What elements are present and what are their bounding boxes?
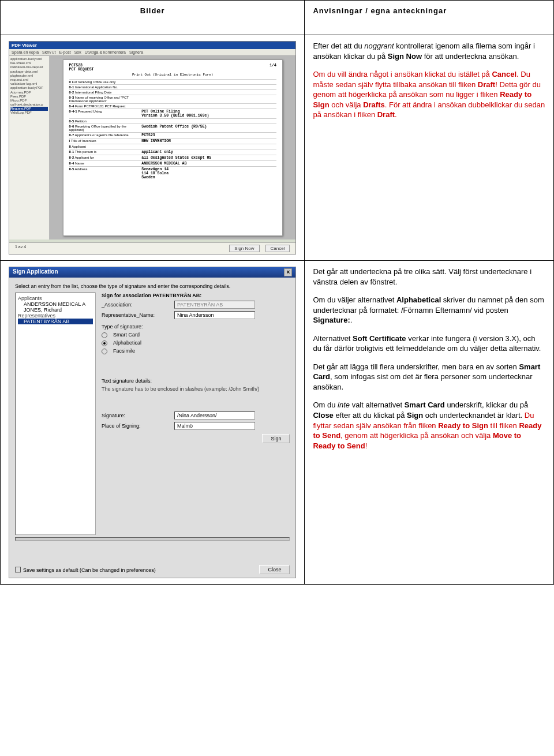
cell-signdlg: Sign Application × Select an entry from …: [1, 261, 305, 585]
sd-title: Sign Application: [13, 268, 58, 276]
instr-2-5: Om du inte valt alternativet Smart Card …: [313, 400, 545, 451]
pv-titlebar: PDF Viewer: [9, 42, 295, 49]
sd-form-heading: Sign for association PATENTBYRÅN AB:: [102, 293, 201, 298]
side-item[interactable]: pkgheader.xml: [10, 74, 48, 78]
save-default-check[interactable]: Save settings as default (Can be changed…: [15, 566, 156, 573]
instr-1-2: Om du vill ändra något i ansökan klickat…: [313, 69, 545, 120]
side-item[interactable]: Attorney.PDF: [10, 91, 48, 95]
pv-toolbar: Spara en kopia Skriv ut E-post Sök Utvid…: [9, 49, 295, 56]
pdf-viewer: PDF Viewer Spara en kopia Skriv ut E-pos…: [9, 41, 296, 255]
sign-button[interactable]: Sign: [262, 434, 290, 443]
close-icon[interactable]: ×: [284, 268, 292, 276]
pv-rows: 0 For receiving Office use only 0-1 Inte…: [69, 79, 276, 180]
pv-page-ref: PCT523: [69, 63, 83, 68]
side-item[interactable]: Request.PDF: [10, 107, 48, 111]
side-item[interactable]: request.xml: [10, 78, 48, 82]
radio-smartcard-label: Smart Card: [113, 332, 140, 338]
instr-1-1: Efter det att du noggrant kontrollerat i…: [313, 41, 545, 61]
side-item[interactable]: fee-sheet.xml: [10, 61, 48, 65]
side-item[interactable]: ValidLog.PDF: [10, 111, 48, 115]
cell-instr-2: Det går att underteckna på tre olika sät…: [305, 261, 554, 585]
sd-entity-list[interactable]: Applicants ANDERSSON MEDICAL A JONES, Ri…: [15, 293, 96, 535]
side-item[interactable]: package-data.xml: [10, 70, 48, 74]
tb-email[interactable]: E-post: [59, 50, 70, 54]
repname-label: Representative_Name:: [102, 312, 171, 318]
list-item-selected[interactable]: PATENTBYRÅN AB: [18, 319, 93, 324]
instr-2-4: Det går att lägga till flera underskrift…: [313, 362, 545, 392]
type-label: Type of signature:: [102, 324, 290, 330]
pv-page-heading: PCT REQUEST: [69, 68, 276, 72]
radio-facsimile-label: Facsimile: [113, 348, 135, 354]
signature-label: Signature:: [102, 413, 171, 418]
pv-page: PCT523 1/4 PCT REQUEST Print Out (Origin…: [63, 59, 283, 236]
pv-canvas: PCT523 1/4 PCT REQUEST Print Out (Origin…: [50, 56, 295, 239]
side-item[interactable]: validation-log.xml: [10, 82, 48, 86]
pv-page-sub: Print Out (Original in Electronic Form): [69, 73, 276, 77]
side-item[interactable]: coll-text.declaration.p: [10, 103, 48, 107]
instr-2-3: Alternativet Soft Certificate verkar int…: [313, 334, 545, 354]
col-header-bilder: Bilder: [1, 1, 305, 35]
list-item[interactable]: ANDERSSON MEDICAL A: [18, 301, 93, 307]
pv-pagenav[interactable]: 1 av 4: [15, 245, 26, 252]
close-button[interactable]: Close: [259, 565, 290, 574]
side-item[interactable]: Fees.PDF: [10, 95, 48, 99]
instr-2-1: Det går att underteckna på tre olika sät…: [313, 267, 545, 287]
side-item[interactable]: Micro.PDF: [10, 99, 48, 103]
radio-alphabetical[interactable]: [102, 340, 107, 346]
repname-field[interactable]: Nina Andersson: [174, 311, 255, 319]
cell-instr-1: Efter det att du noggrant kontrollerat i…: [305, 35, 554, 261]
pv-footer: 1 av 4 Sign Now Cancel: [9, 242, 295, 254]
sd-titlebar: Sign Application ×: [9, 267, 295, 278]
tb-annotate[interactable]: Utvidga & kommentera: [85, 50, 126, 54]
detail-label: Text signature details:: [102, 378, 290, 384]
pv-page-count: 1/4: [269, 63, 276, 68]
tb-save[interactable]: Spara en kopia: [12, 50, 39, 54]
sd-intro: Select an entry from the list, choose th…: [9, 278, 295, 293]
list-grp-applicants: Applicants: [18, 295, 93, 301]
side-item[interactable]: indication-bio-deposit: [10, 65, 48, 69]
cancel-button[interactable]: Cancel: [265, 245, 290, 252]
side-item[interactable]: application-body.PDF: [10, 86, 48, 90]
tb-sign[interactable]: Signera: [129, 50, 143, 54]
sd-form: Sign for association PATENTBYRÅN AB: _As…: [102, 293, 290, 535]
sign-dialog: Sign Application × Select an entry from …: [9, 267, 296, 578]
col-header-anvisningar: Anvisningar / egna anteckningar: [305, 1, 554, 35]
detail-hint: The signature has to be enclosed in slas…: [102, 386, 290, 392]
place-field[interactable]: Malmö: [174, 422, 255, 430]
signature-field[interactable]: /Nina Andersson/: [174, 411, 255, 420]
cell-pdfviewer: PDF Viewer Spara en kopia Skriv ut E-pos…: [1, 35, 305, 261]
list-scrollbar[interactable]: [15, 537, 290, 541]
instr-2-2: Om du väljer alternativet Alphabetical s…: [313, 295, 545, 325]
assoc-field: PATENTBYRÅN AB: [174, 301, 255, 309]
pv-sidebar: application-body.xml fee-sheet.xml indic…: [9, 56, 50, 239]
radio-alphabetical-label: Alphabetical: [113, 340, 141, 346]
place-label: Place of Signing:: [102, 423, 171, 429]
side-item[interactable]: application-body.xml: [10, 57, 48, 61]
sign-now-button[interactable]: Sign Now: [229, 245, 259, 252]
list-item[interactable]: JONES, Richard: [18, 307, 93, 313]
tb-print[interactable]: Skriv ut: [42, 50, 55, 54]
list-grp-reps: Representatives: [18, 313, 93, 319]
layout-table: Bilder Anvisningar / egna anteckningar P…: [0, 0, 554, 585]
assoc-label: _Association:: [102, 302, 171, 308]
tb-search[interactable]: Sök: [74, 50, 81, 54]
radio-smartcard[interactable]: [102, 332, 107, 338]
radio-facsimile[interactable]: [102, 349, 107, 354]
